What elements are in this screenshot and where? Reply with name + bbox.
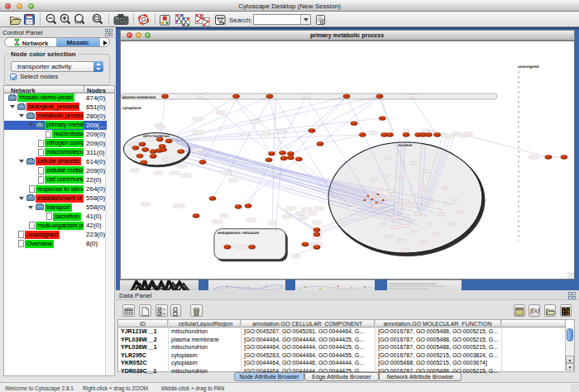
svg-text:cytoplasm: cytoplasm [122, 106, 141, 110]
svg-text:plasma membrane: plasma membrane [122, 94, 156, 98]
svg-text:nucleus: nucleus [398, 142, 413, 146]
svg-text:endoplasmic reticulum: endoplasmic reticulum [218, 230, 259, 234]
svg-text:unassigned: unassigned [518, 65, 539, 69]
